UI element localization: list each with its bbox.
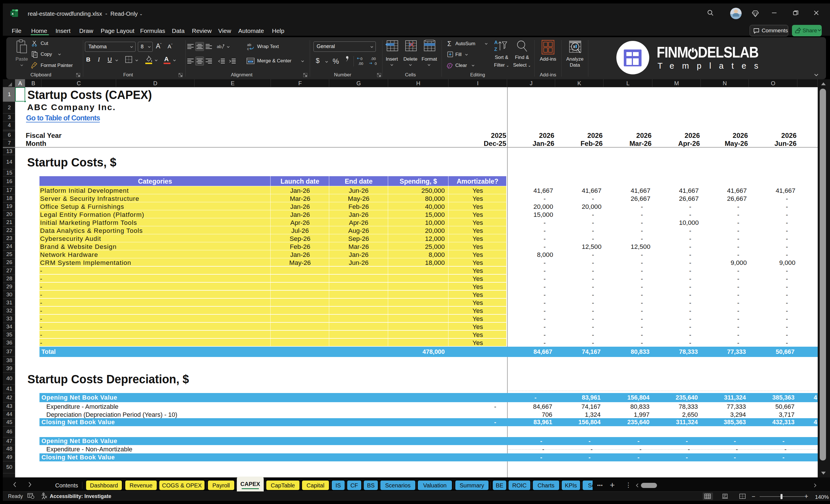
svg-text:A: A [494,40,498,45]
svg-text:0: 0 [360,57,362,61]
svg-text:c: c [247,46,249,51]
svg-text:.00: .00 [358,62,363,66]
svg-text:.00: .00 [371,57,376,61]
svg-text:0: 0 [375,62,377,66]
svg-text:x: x [11,11,14,16]
svg-text:ab: ab [217,44,222,49]
svg-text:ab: ab [247,43,251,47]
svg-text:Z: Z [494,46,497,52]
